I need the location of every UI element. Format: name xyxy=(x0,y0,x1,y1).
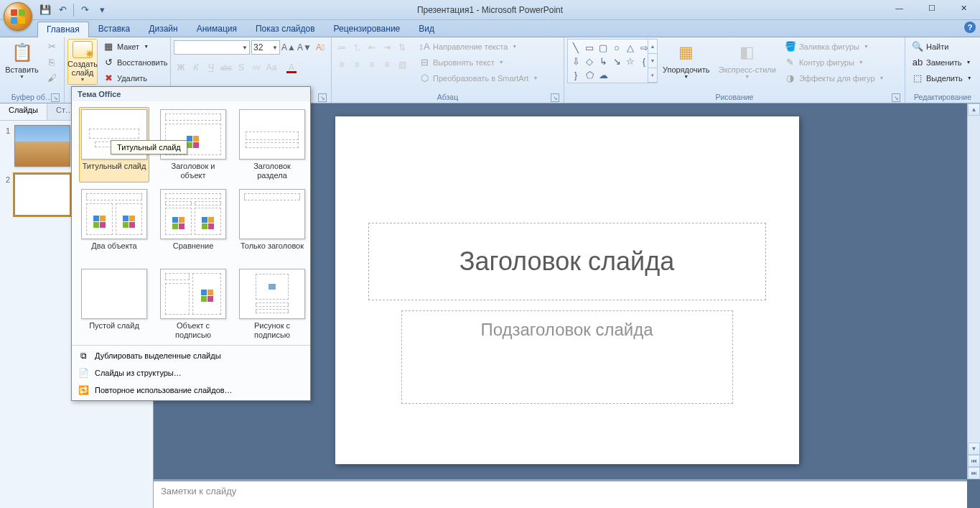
font-family-combo[interactable]: ▼ xyxy=(174,40,250,55)
font-dialog-icon[interactable]: ↘ xyxy=(318,93,327,102)
office-button[interactable] xyxy=(4,2,32,31)
slides-from-outline-item[interactable]: 📄Слайды из структуры… xyxy=(72,364,310,382)
cut-button[interactable]: ✂ xyxy=(42,39,61,54)
scroll-down-icon[interactable]: ▼ xyxy=(968,443,980,455)
clear-format-button[interactable]: A⃥ xyxy=(313,40,327,55)
maximize-button[interactable]: ☐ xyxy=(915,0,948,16)
shape-diamond-icon[interactable]: ◇ xyxy=(583,55,596,68)
qat-redo-icon[interactable]: ↷ xyxy=(77,2,93,18)
delete-slide-button[interactable]: ✖Удалить xyxy=(99,70,171,86)
subtitle-placeholder[interactable]: Подзаголовок слайда xyxy=(401,310,733,404)
bullets-button[interactable]: ≔ xyxy=(335,40,349,55)
tab-home[interactable]: Главная xyxy=(37,22,89,37)
reuse-slides-item[interactable]: 🔁Повторное использование слайдов… xyxy=(72,382,310,399)
shadow-button[interactable]: S xyxy=(234,60,248,75)
shape-callout-icon[interactable]: ⬠ xyxy=(583,68,596,81)
qat-save-icon[interactable]: 💾 xyxy=(37,2,53,18)
reset-button[interactable]: ↺Восстановить xyxy=(99,55,171,70)
indent-dec-button[interactable]: ⇤ xyxy=(365,40,379,55)
italic-button[interactable]: К xyxy=(189,60,203,75)
vertical-scrollbar[interactable]: ▲ ▼ ⏮ ⏭ xyxy=(967,103,980,479)
replace-button[interactable]: abЗаменить▼ xyxy=(908,55,976,70)
shape-brace2-icon[interactable]: } xyxy=(569,68,582,81)
arrange-button[interactable]: ▦ Упорядочить▼ xyxy=(659,39,713,82)
shape-arrow-line-icon[interactable]: ↘ xyxy=(610,55,623,68)
tab-animations[interactable]: Анимация xyxy=(187,21,246,37)
clipboard-dialog-icon[interactable]: ↘ xyxy=(51,93,60,102)
format-painter-button[interactable]: 🖌 xyxy=(42,70,61,86)
shape-triangle-icon[interactable]: △ xyxy=(624,41,637,54)
layout-two-content[interactable]: Два объекта xyxy=(79,187,149,262)
shape-oval-icon[interactable]: ○ xyxy=(610,41,623,54)
convert-smartart-button[interactable]: ⬡Преобразовать в SmartArt▼ xyxy=(415,70,541,86)
grow-font-button[interactable]: A▲ xyxy=(281,40,296,55)
title-placeholder[interactable]: Заголовок слайда xyxy=(368,223,766,300)
tab-slideshow[interactable]: Показ слайдов xyxy=(246,21,325,37)
next-slide-icon[interactable]: ⏭ xyxy=(968,467,980,479)
shape-rect-icon[interactable]: ▭ xyxy=(583,41,596,54)
select-button[interactable]: ⬚Выделить▼ xyxy=(908,70,976,86)
tab-slides-thumbnails[interactable]: Слайды xyxy=(0,103,47,120)
copy-button[interactable]: ⎘ xyxy=(42,55,61,70)
shapes-gallery[interactable]: ╲ ▭ ▢ ○ △ ⇨ ⇩ ◇ ↳ ↘ ☆ { } ⬠ ☁ ▲ ▼ ▾ xyxy=(567,39,658,83)
justify-button[interactable]: ≡ xyxy=(380,57,394,72)
shrink-font-button[interactable]: A▼ xyxy=(297,40,312,55)
align-center-button[interactable]: ≡ xyxy=(350,57,364,72)
align-right-button[interactable]: ≡ xyxy=(365,57,379,72)
drawing-dialog-icon[interactable]: ↘ xyxy=(892,93,900,102)
shape-effects-button[interactable]: ◑Эффекты для фигур▼ xyxy=(781,70,888,86)
qat-undo-icon[interactable]: ↶ xyxy=(55,2,70,18)
prev-slide-icon[interactable]: ⏮ xyxy=(968,455,980,467)
layout-blank[interactable]: Пустой слайд xyxy=(79,267,149,342)
align-text-button[interactable]: ⊟Выровнять текст▼ xyxy=(415,55,541,70)
change-case-button[interactable]: Aa xyxy=(264,60,279,75)
layout-title-only[interactable]: Только заголовок xyxy=(237,187,307,262)
quick-styles-button[interactable]: ◧ Экспресс-стили▼ xyxy=(714,39,779,82)
close-button[interactable]: ✕ xyxy=(948,0,980,16)
shapes-scroll-down-icon[interactable]: ▼ xyxy=(648,54,657,68)
shape-fill-button[interactable]: 🪣Заливка фигуры▼ xyxy=(781,39,888,54)
tab-insert[interactable]: Вставка xyxy=(89,21,140,37)
layout-picture-caption[interactable]: Рисунок с подписью xyxy=(237,267,307,342)
shape-cloud-icon[interactable]: ☁ xyxy=(597,68,610,81)
layout-button[interactable]: ▦Макет▼ xyxy=(99,39,171,54)
text-direction-button[interactable]: ↕AНаправление текста▼ xyxy=(415,39,541,54)
layout-comparison[interactable]: Сравнение xyxy=(158,187,228,262)
ribbon-help-icon[interactable]: ? xyxy=(964,22,976,33)
spacing-button[interactable]: AV xyxy=(249,60,263,75)
minimize-button[interactable]: — xyxy=(883,0,915,16)
tab-view[interactable]: Вид xyxy=(409,21,444,37)
line-spacing-button[interactable]: ⇅ xyxy=(395,40,409,55)
slide-thumbnail-2[interactable] xyxy=(14,174,70,216)
shapes-scroll-up-icon[interactable]: ▲ xyxy=(648,40,657,54)
shapes-more-icon[interactable]: ▾ xyxy=(648,68,657,83)
font-color-button[interactable]: A xyxy=(284,60,299,75)
bold-button[interactable]: Ж xyxy=(174,60,188,75)
paste-button[interactable]: 📋 Вставить ▼ xyxy=(3,39,41,82)
align-left-button[interactable]: ≡ xyxy=(335,57,349,72)
notes-pane[interactable]: Заметки к слайду xyxy=(154,479,967,508)
shape-connector-icon[interactable]: ↳ xyxy=(597,55,610,68)
numbering-button[interactable]: ⒈ xyxy=(350,40,364,55)
qat-customize-icon[interactable]: ▾ xyxy=(94,2,110,18)
shape-roundrect-icon[interactable]: ▢ xyxy=(597,41,610,54)
tab-review[interactable]: Рецензирование xyxy=(325,21,410,37)
slide-thumbnail-1[interactable] xyxy=(14,125,70,167)
indent-inc-button[interactable]: ⇥ xyxy=(380,40,394,55)
font-size-combo[interactable]: 32▼ xyxy=(251,40,280,55)
slide-canvas[interactable]: Заголовок слайда Подзаголовок слайда xyxy=(335,116,799,464)
shape-outline-button[interactable]: ✎Контур фигуры▼ xyxy=(781,55,888,70)
layout-content-caption[interactable]: Объект с подписью xyxy=(158,267,228,342)
paragraph-dialog-icon[interactable]: ↘ xyxy=(551,93,559,102)
find-button[interactable]: 🔍Найти xyxy=(908,39,976,54)
shape-star-icon[interactable]: ☆ xyxy=(624,55,637,68)
duplicate-slides-item[interactable]: ⧉Дублировать выделенные слайды xyxy=(72,347,310,364)
layout-section-header[interactable]: Заголовок раздела xyxy=(237,107,307,183)
scroll-up-icon[interactable]: ▲ xyxy=(968,103,980,116)
shape-line-icon[interactable]: ╲ xyxy=(569,41,582,54)
strike-button[interactable]: abc xyxy=(219,60,233,75)
new-slide-button[interactable]: ✷ Создать слайд ▼ xyxy=(67,39,98,85)
shape-arrow-down-icon[interactable]: ⇩ xyxy=(569,55,582,68)
underline-button[interactable]: Ч xyxy=(204,60,218,75)
columns-button[interactable]: ▥ xyxy=(395,57,409,72)
